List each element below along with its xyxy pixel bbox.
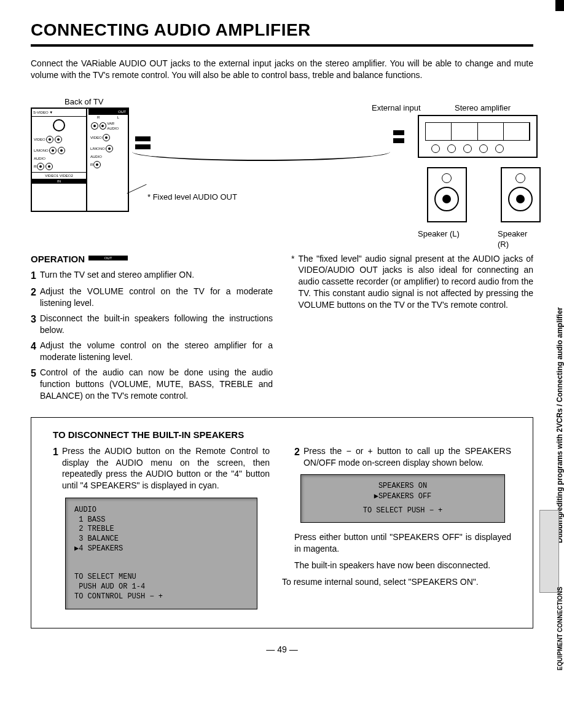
resume-sound-note: To resume internal sound, select "SPEAKE…	[282, 576, 511, 588]
side-tab	[539, 510, 559, 593]
fixed-level-label: * Fixed level AUDIO OUT	[147, 192, 237, 203]
cable-plug-left-1	[135, 136, 151, 141]
connection-diagram: Back of TV S-VIDEO ▼ VIDEO L/MONO AUDIO …	[31, 96, 533, 238]
side-tab-label: EQUIPMENT CONNECTIONS	[557, 587, 563, 670]
external-input-label: External input	[372, 103, 421, 114]
back-of-tv-label: Back of TV	[65, 96, 103, 108]
cable-plug-right-1	[393, 130, 404, 135]
speaker-l-label: Speaker (L)	[418, 229, 460, 240]
stereo-amplifier-label: Stereo amplifier	[455, 103, 511, 114]
operation-steps: 1Turn the TV set and stereo amplifier ON…	[31, 269, 273, 402]
fixed-level-note: * The "fixed level" audio signal present…	[291, 253, 533, 311]
operation-heading: OPERATION	[31, 253, 273, 265]
corner-mark	[555, 0, 564, 11]
callout-line	[127, 184, 146, 194]
side-section-label: Dubbing/editing programs with 2VCRs / Co…	[555, 307, 564, 543]
speakers-mode-screen: SPEAKERS ON ▶SPEAKERS OFF TO SELECT PUSH…	[300, 474, 505, 522]
amplifier-graphic	[418, 115, 538, 158]
speaker-r-label: Speaker (R)	[498, 229, 533, 250]
audio-menu-screen: AUDIO 1 BASS 2 TREBLE 3 BALANCE ▶4 SPEAK…	[65, 498, 257, 609]
svideo-jack	[53, 119, 65, 131]
disconnect-heading: TO DISCONNECT THE BUILT-IN SPEAKERS	[53, 429, 511, 441]
asterisk-icon: *	[291, 253, 294, 311]
page-number: — 49 —	[31, 644, 533, 656]
disconnect-step-1: Press the AUDIO button on the Remote Con…	[62, 445, 270, 492]
tv-back-panel: S-VIDEO ▼ VIDEO L/MONO AUDIO R VIDEO1 VI…	[31, 108, 129, 212]
cable-plug-right-2	[393, 138, 404, 143]
operation-section: OPERATION 1Turn the TV set and stereo am…	[31, 253, 533, 405]
speaker-left	[427, 167, 467, 222]
page-title: CONNECTING AUDIO AMPLIFIER	[31, 18, 533, 47]
svideo-label: S-VIDEO ▼	[32, 109, 86, 117]
disconnect-speakers-box: TO DISCONNECT THE BUILT-IN SPEAKERS 1 Pr…	[31, 417, 533, 628]
speaker-right	[501, 167, 541, 222]
disconnect-result-1: Press either button until "SPEAKERS OFF"…	[294, 531, 511, 555]
intro-paragraph: Connect the VARiable AUDIO OUT jacks to …	[31, 58, 533, 81]
audio-cable	[132, 143, 390, 161]
disconnect-result-2: The built-in speakers have now been disc…	[294, 560, 511, 571]
disconnect-step-2: Press the − or + button to call up the S…	[304, 445, 511, 469]
